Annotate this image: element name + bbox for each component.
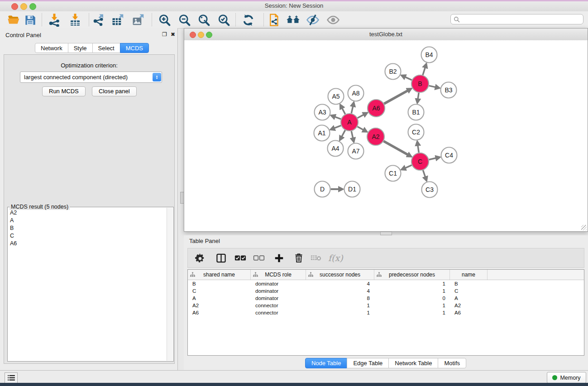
graph-edge-A-A8[interactable] (351, 106, 353, 114)
tab-mcds[interactable]: MCDS (120, 43, 149, 53)
graph-edge-A-A5[interactable] (342, 108, 345, 114)
column-header-shared-name[interactable]: shared name (188, 270, 251, 280)
graph-edge-A-A2[interactable] (358, 127, 363, 130)
zoom-selected-icon[interactable] (216, 13, 231, 27)
new-network-from-selection-icon[interactable] (267, 13, 282, 27)
gear-icon[interactable] (194, 252, 206, 264)
table-row[interactable]: A2connector11A2 (188, 302, 584, 309)
table-row[interactable]: Bdominator41B (188, 280, 584, 287)
table-row[interactable]: Cdominator41C (188, 287, 584, 295)
tab-style[interactable]: Style (68, 43, 93, 53)
zoom-in-icon[interactable] (157, 13, 172, 27)
graph-edge-B-B1[interactable] (418, 93, 419, 99)
export-network-icon[interactable] (91, 13, 106, 27)
run-mcds-button[interactable]: Run MCDS (42, 86, 86, 96)
column-header-label: MCDS role (265, 272, 292, 278)
table-cell: B (188, 281, 251, 286)
table-cell: 0 (374, 295, 450, 301)
result-item[interactable]: A6 (8, 239, 166, 247)
tab-network-table[interactable]: Network Table (388, 358, 438, 368)
add-column-icon[interactable] (273, 252, 285, 264)
graph-edge-A2-C[interactable] (383, 141, 408, 155)
table-cell: A6 (188, 310, 251, 315)
open-file-icon[interactable] (6, 13, 21, 27)
graph-edge-C-C1[interactable] (405, 165, 412, 168)
column-view-icon[interactable] (215, 252, 227, 264)
window-resize-grip[interactable] (581, 225, 587, 230)
graph-edge-A-A3[interactable] (335, 117, 341, 119)
graph-node-label: B2 (389, 68, 397, 75)
graph-edge-A-A7[interactable] (351, 131, 353, 138)
column-header-predecessor-nodes[interactable]: predecessor nodes (374, 270, 450, 280)
result-item[interactable]: B (8, 224, 166, 232)
save-session-icon[interactable] (23, 13, 37, 27)
table-cell: 1 (374, 281, 450, 286)
close-panel-icon[interactable]: ✖ (171, 31, 175, 38)
column-header-MCDS-role[interactable]: MCDS role (251, 270, 306, 280)
column-header-successor-nodes[interactable]: successor nodes (306, 270, 374, 280)
tab-select[interactable]: Select (92, 43, 120, 53)
first-neighbors-icon[interactable] (286, 13, 301, 27)
tab-motifs[interactable]: Motifs (438, 358, 466, 368)
result-item[interactable]: C (8, 232, 166, 239)
delete-column-icon[interactable] (293, 252, 305, 264)
graph-edge-C-C2[interactable] (418, 145, 419, 152)
graph-nodes[interactable]: B4B2BB3A8A5A6B1A3AC2A1A2A4A7C4CC1C3DD1 (314, 47, 457, 198)
graph-node-label: A1 (318, 129, 325, 137)
deselect-all-icon[interactable] (253, 252, 265, 264)
table-panel-tabs: Node TableEdge TableNetwork TableMotifs (184, 358, 588, 368)
table-cell: A2 (450, 303, 488, 308)
network-canvas[interactable]: B4B2BB3A8A5A6B1A3AC2A1A2A4A7C4CC1C3DD1 (184, 40, 588, 231)
graph-edge-A6-B[interactable] (384, 91, 407, 104)
graph-edge-C-C4[interactable] (429, 158, 436, 159)
delete-table-icon[interactable] (310, 252, 322, 264)
refresh-icon[interactable] (241, 13, 255, 27)
export-table-icon[interactable] (111, 13, 125, 27)
hierarchy-icon (308, 272, 313, 277)
graph-edge-B-B2[interactable] (405, 77, 412, 80)
search-input[interactable] (462, 16, 580, 23)
graph-edge-C-C3[interactable] (423, 170, 425, 177)
column-header-name[interactable]: name (450, 270, 488, 280)
task-history-button[interactable] (5, 372, 18, 383)
table-cell: B (450, 281, 488, 286)
tab-node-table[interactable]: Node Table (305, 358, 348, 368)
close-panel-button[interactable]: Close panel (92, 86, 137, 96)
search-field[interactable] (450, 14, 583, 24)
result-item[interactable]: A2 (8, 209, 166, 216)
graph-edge-A-A1[interactable] (334, 125, 341, 128)
result-item[interactable]: A (8, 216, 166, 224)
graph-edge-A-A4[interactable] (342, 130, 345, 137)
import-network-icon[interactable] (47, 13, 62, 27)
horizontal-splitter-handle[interactable] (380, 232, 392, 235)
zoom-fit-icon[interactable] (196, 13, 211, 27)
mcds-result-list[interactable]: A2ABCA6 (8, 209, 166, 360)
tab-edge-table[interactable]: Edge Table (347, 358, 389, 368)
memory-button[interactable]: Memory (547, 372, 586, 383)
graph-edge-B-B4[interactable] (423, 67, 425, 75)
zoom-out-icon[interactable] (177, 13, 191, 27)
table-cell: C (188, 288, 251, 294)
import-table-icon[interactable] (68, 13, 82, 27)
show-all-icon[interactable] (326, 13, 340, 27)
tab-network[interactable]: Network (35, 43, 68, 53)
result-scrollbar[interactable] (167, 208, 173, 361)
export-image-icon[interactable] (131, 13, 146, 27)
table-row[interactable]: Adominator80A (188, 295, 584, 302)
graph-node-label: B1 (412, 109, 420, 116)
select-all-icon[interactable] (234, 252, 246, 264)
criterion-select[interactable]: largest connected component (directed) ▲… (20, 71, 162, 83)
hide-selected-icon[interactable] (306, 13, 320, 27)
node-table[interactable]: shared nameMCDS rolesuccessor nodesprede… (187, 269, 584, 356)
float-panel-icon[interactable]: ❐ (162, 31, 167, 38)
table-cell: 4 (306, 281, 374, 286)
table-row[interactable]: A6connector11A6 (188, 309, 584, 316)
table-header-row: shared nameMCDS rolesuccessor nodesprede… (188, 270, 584, 280)
function-builder-icon[interactable]: f(x) (328, 252, 343, 264)
graph-node-label: A (347, 119, 352, 126)
graph-node-label: B (418, 80, 422, 87)
graph-node-label: A8 (352, 90, 359, 97)
table-cell: 1 (374, 288, 450, 294)
graph-edge-A-A6[interactable] (358, 114, 364, 118)
graph-edge-B-B3[interactable] (429, 86, 436, 87)
